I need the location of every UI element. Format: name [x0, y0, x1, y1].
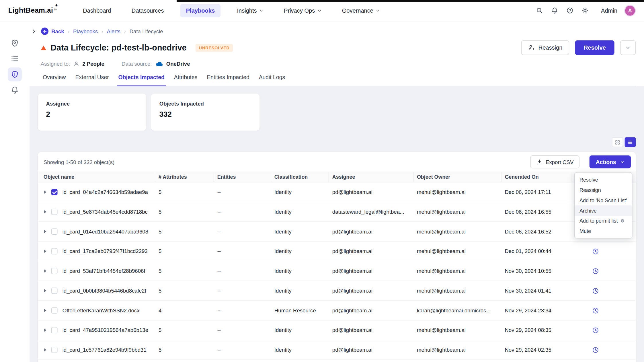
menu-item-add-to-permit-list[interactable]: Add to permit list: [575, 216, 632, 226]
table-row[interactable]: id_card_0b0bf3804b5446bd8cafc2f 5 -- Ide…: [38, 281, 636, 301]
back-button[interactable]: Back: [41, 28, 64, 35]
row-expander-icon[interactable]: [44, 249, 48, 253]
nav-governance-label: Governance: [342, 7, 373, 14]
col-entities[interactable]: Entities: [214, 172, 271, 182]
attributes-cell: 5: [155, 222, 214, 241]
history-clock-icon[interactable]: [592, 267, 599, 275]
row-expander-icon[interactable]: [44, 190, 48, 194]
resolve-button[interactable]: Resolve: [575, 40, 614, 55]
table-row[interactable]: OfferLetterKaranWithSSN2.docx 4 -- Human…: [38, 301, 636, 321]
row-checkbox[interactable]: [51, 307, 57, 313]
actions-button[interactable]: Actions: [590, 155, 631, 168]
col-assignee[interactable]: Assignee: [329, 172, 413, 182]
tab-audit-logs[interactable]: Audit Logs: [257, 73, 286, 86]
history-clock-icon[interactable]: [592, 287, 599, 295]
col-object-owner[interactable]: Object Owner: [413, 172, 501, 182]
object-owner-cell: mehul@lightbeam.ai: [413, 242, 501, 261]
breadcrumb-alerts[interactable]: Alerts: [107, 28, 121, 34]
lightbeam-logo[interactable]: LightBeam.ai ✦ TM: [8, 6, 58, 15]
reassign-label: Reassign: [538, 44, 563, 51]
table-row[interactable]: id_card_47a9510219564a7ab6b13e 5 -- Iden…: [38, 320, 636, 340]
tab-overview[interactable]: Overview: [42, 73, 67, 86]
tab-objects-impacted[interactable]: Objects Impacted: [117, 73, 166, 86]
tab-attributes[interactable]: Attributes: [173, 73, 198, 86]
history-clock-icon[interactable]: [592, 326, 599, 334]
data-source-value[interactable]: OneDrive: [166, 61, 190, 67]
search-icon[interactable]: [534, 5, 544, 15]
list-view-icon[interactable]: [625, 137, 636, 147]
col-generated-on[interactable]: Generated On: [501, 172, 572, 182]
row-expander-icon[interactable]: [44, 348, 48, 352]
meta-row: Assigned to: 2 People Data source: OneDr…: [41, 59, 636, 69]
assigned-to-value[interactable]: 2 People: [82, 61, 104, 67]
sidebar-item-policies[interactable]: [8, 36, 22, 50]
menu-item-no-scan-list[interactable]: Add to 'No Scan List': [575, 195, 632, 205]
sidebar-item-alerts-shield[interactable]: [8, 67, 22, 81]
assignee-cell: pd@lightbeam.ai: [329, 320, 413, 340]
row-expander-icon[interactable]: [44, 210, 48, 214]
table-row[interactable]: id_card_17ca2eb0795f47f1bcd2293 5 -- Ide…: [38, 242, 636, 261]
generated-on-cell: Nov 29, 2024 23:34: [501, 301, 572, 320]
row-checkbox[interactable]: [51, 347, 57, 353]
reassign-user-icon: [528, 44, 535, 51]
row-checkbox[interactable]: [51, 288, 57, 294]
menu-item-reassign[interactable]: Reassign: [575, 185, 632, 195]
col-attributes[interactable]: # Attributes: [155, 172, 214, 182]
row-checkbox[interactable]: [51, 268, 57, 274]
row-expander-icon[interactable]: [44, 328, 48, 332]
menu-item-archive[interactable]: Archive: [575, 205, 632, 216]
table-row[interactable]: id_card_53af71bfb4454ef28b9606f 5 -- Ide…: [38, 261, 636, 281]
col-classification[interactable]: Classification: [271, 172, 329, 182]
row-checkbox[interactable]: [51, 228, 57, 234]
nav-governance[interactable]: Governance: [338, 4, 384, 17]
history-clock-icon[interactable]: [592, 248, 599, 255]
nav-datasources[interactable]: Datasources: [128, 4, 168, 17]
onedrive-cloud-icon: [155, 61, 163, 67]
sidebar-expand-icon[interactable]: [30, 29, 38, 34]
table-body: id_card_04a4c2a746634b59adae9a 5 -- Iden…: [38, 182, 636, 362]
generated-on-cell: Dec 06, 2024 16:55: [501, 202, 572, 221]
object-owner-cell: mehul@lightbeam.ai: [413, 222, 501, 241]
more-actions-caret-button[interactable]: [620, 40, 636, 55]
entities-cell: --: [214, 320, 271, 340]
settings-gear-icon[interactable]: [580, 5, 590, 15]
table-row[interactable]: id_card_04a4c2a746634b59adae9a 5 -- Iden…: [38, 182, 636, 202]
help-icon[interactable]: [565, 5, 575, 15]
row-checkbox[interactable]: [51, 189, 57, 195]
table-row[interactable]: id_card_1c57761a82e94b9f9bbd31 5 -- Iden…: [38, 340, 636, 360]
history-clock-icon[interactable]: [592, 346, 599, 354]
menu-item-resolve[interactable]: Resolve: [575, 175, 632, 185]
row-checkbox[interactable]: [51, 209, 57, 215]
history-clock-icon[interactable]: [592, 307, 599, 314]
grid-view-icon[interactable]: [612, 137, 623, 147]
row-checkbox[interactable]: [51, 327, 57, 333]
tab-external-user[interactable]: External User: [74, 73, 110, 86]
object-name: id_card_53af71bfb4454ef28b9606f: [63, 268, 145, 274]
objects-impacted-card: Objects Impacted 332: [151, 94, 259, 131]
row-expander-icon[interactable]: [44, 269, 48, 273]
menu-item-mute[interactable]: Mute: [575, 226, 632, 236]
nav-privacy-ops[interactable]: Privacy Ops: [280, 4, 326, 17]
nav-insights[interactable]: Insights: [233, 4, 268, 17]
tab-entities-impacted[interactable]: Entities Impacted: [206, 73, 251, 86]
breadcrumb-playbooks[interactable]: Playbooks: [73, 28, 98, 34]
reassign-button[interactable]: Reassign: [521, 40, 569, 55]
avatar[interactable]: A: [624, 5, 636, 16]
generated-on-cell: Dec 06, 2024 17:11: [501, 182, 572, 202]
notifications-bell-icon[interactable]: [550, 5, 559, 15]
assignee-card-label: Assignee: [46, 101, 138, 107]
assignee-cell: pd@lightbeam.ai: [329, 301, 413, 320]
col-object-name[interactable]: Object name: [38, 172, 155, 182]
table-row[interactable]: id_card_014ed10ba294407aba9608 5 -- Iden…: [38, 222, 636, 242]
row-expander-icon[interactable]: [44, 230, 48, 233]
classification-cell: Identity: [271, 320, 329, 340]
row-checkbox[interactable]: [51, 248, 57, 254]
row-expander-icon[interactable]: [44, 309, 48, 312]
row-expander-icon[interactable]: [44, 289, 48, 293]
sidebar-item-notifications[interactable]: [8, 83, 22, 97]
table-row[interactable]: id_card_5e8734dab45e4cdd8718bc 5 -- Iden…: [38, 202, 636, 222]
sidebar-item-playbooks[interactable]: [8, 52, 22, 66]
nav-dashboard[interactable]: Dashboard: [79, 4, 115, 17]
nav-playbooks[interactable]: Playbooks: [180, 4, 220, 17]
export-csv-button[interactable]: Export CSV: [530, 155, 580, 168]
